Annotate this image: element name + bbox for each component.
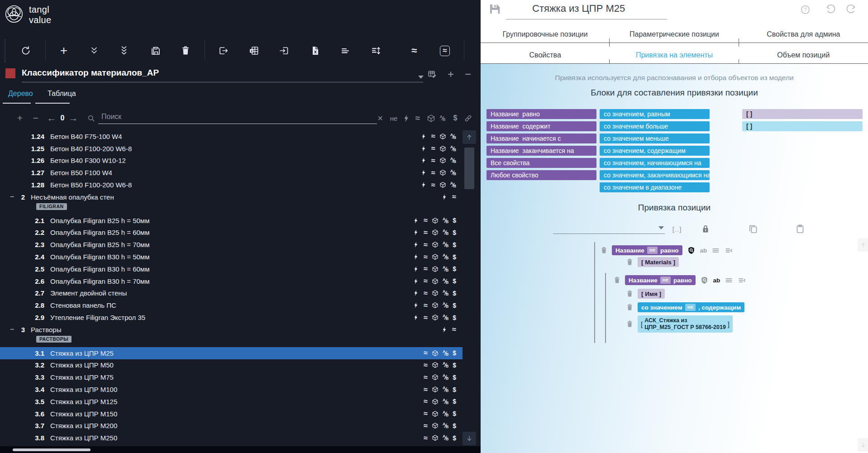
approx-icon[interactable]: ≈ [431,133,435,140]
zoom-out-button[interactable]: − [31,109,41,128]
property-block[interactable]: Название равно [486,109,596,119]
ab-formula-icon[interactable]: A∕B [443,218,448,224]
search-input[interactable] [100,112,374,121]
horizontal-scrollbar-track[interactable] [0,446,481,453]
property-block[interactable]: Любое свойство [486,170,596,180]
ab-formula-icon[interactable]: A∕B [443,229,448,235]
excel-file-button[interactable]: x [306,42,324,60]
model-cube-icon[interactable] [432,302,439,309]
model-cube-icon[interactable] [432,217,439,224]
undo-icon[interactable] [825,4,836,15]
cost-icon[interactable]: $ [453,374,456,381]
paste-icon[interactable] [794,223,806,235]
zoom-in-button[interactable]: + [15,109,25,128]
bolt-icon[interactable] [441,194,448,200]
bolt-icon[interactable] [413,253,420,260]
cost-icon[interactable]: $ [453,290,456,296]
ab-formula-icon[interactable]: A∕B [443,266,448,272]
ab-formula-icon[interactable]: A∕B [443,399,448,405]
approx-icon[interactable]: ≈ [424,290,428,297]
prev-result-button[interactable]: ← [46,109,57,128]
case-sensitivity-toggle[interactable]: ab [713,277,720,284]
model-cube-icon[interactable] [439,133,446,140]
approx-button[interactable]: ≈ [405,42,423,60]
horizontal-scrollbar-thumb[interactable] [13,448,91,451]
ab-formula-icon[interactable]: A∕B [443,290,448,296]
bolt-icon[interactable] [413,302,420,309]
tree-item-row[interactable]: 2.4Опалубка Filigran B30 h = 50мм≈A∕B$ [0,251,463,263]
classifier-color-swatch[interactable] [5,68,15,78]
case-sensitivity-toggle[interactable]: ab [700,247,707,254]
delete-argument-icon[interactable] [626,258,634,266]
model-cube-icon[interactable] [439,145,446,152]
tab-tree[interactable]: Дерево [8,90,33,101]
model-cube-icon[interactable] [439,181,446,188]
bolt-icon[interactable] [420,133,427,140]
cost-icon[interactable]: $ [453,278,456,284]
model-cube-icon[interactable] [432,278,439,285]
ab-formula-icon[interactable]: A∕B [443,254,448,260]
tree-item-row[interactable]: 2.8Стеновая панель ПС≈A∕B$ [0,299,463,311]
approx-icon[interactable]: ≈ [424,277,428,285]
delete-rule-icon[interactable] [600,246,608,254]
tree-item-row[interactable]: 1.25Бетон B40 F100-200 W6-8≈A∕B [0,143,463,155]
delete-rule-icon[interactable] [613,276,621,284]
tree-item-row[interactable]: 2.1Опалубка Filigran B25 h = 50мм≈A∕B$ [0,215,463,227]
value-operator-chip[interactable]: со значениемне, содержащим [638,302,744,312]
approx-icon[interactable]: ≈ [431,169,435,176]
approx-filter-icon[interactable]: ≈ [413,109,422,128]
ab-formula-icon[interactable]: A∕B [443,374,448,380]
model-cube-icon[interactable] [432,350,439,357]
panel-scroll-down-button[interactable] [858,438,868,452]
ab-formula-icon[interactable]: A∕B [443,350,448,356]
shield-search-icon[interactable] [687,246,696,255]
scroll-down-button[interactable] [463,432,476,445]
bolt-icon[interactable] [413,241,420,248]
delete-value-icon[interactable] [626,320,634,328]
panel-scroll-up-button[interactable] [858,238,868,252]
tree-item-row[interactable]: 3.3Стяжка из ЦПР М75≈A∕B$ [0,371,463,383]
tab-parametric-positions[interactable]: Параметрические позиции [610,21,739,43]
tree-item-row[interactable]: 2.5Опалубка Filigran B30 h = 60мм≈A∕B$ [0,263,463,275]
copy-icon[interactable] [747,223,759,235]
ab-formula-icon[interactable]: A∕B [450,170,456,176]
bolt-icon[interactable] [441,326,448,333]
ab-formula-icon[interactable]: A∕B [450,134,456,139]
ab-formula-icon[interactable]: A∕B [443,278,448,284]
tree-item-row[interactable]: 3.4Стяжка из ЦПР М100≈A∕B$ [0,383,463,396]
tree-item-row[interactable]: 3.1Стяжка из ЦПР М25≈A∕B$ [0,347,463,359]
redo-icon[interactable] [845,4,857,15]
tab-element-binding[interactable]: Привязка на элементы [610,43,739,63]
bolt-icon[interactable] [413,314,420,321]
approx-icon[interactable]: ≈ [424,362,428,369]
tree-group-row[interactable]: −3Растворы≈РАСТВОРЫ [0,324,463,347]
tree-item-row[interactable]: 1.27Бетон B50 F100 W4≈A∕B [0,167,463,179]
save-position-icon[interactable] [488,2,501,16]
tree-item-row[interactable]: 3.2Стяжка из ЦПР М50≈A∕B$ [0,359,463,372]
tab-properties[interactable]: Свойства [481,43,610,63]
add-button[interactable]: + [55,42,73,60]
bolt-icon[interactable] [413,217,420,224]
value-block[interactable]: со значением больше [600,121,710,131]
delete-button[interactable] [176,42,195,60]
next-result-button[interactable]: → [68,109,79,128]
tree-item-row[interactable]: 1.24Бетон B40 F75-100 W4≈A∕B [0,130,463,143]
collapse-list-icon[interactable] [725,246,733,255]
tab-table[interactable]: Таблица [48,90,76,101]
approx-icon[interactable]: ≈ [431,145,435,152]
rule-chip[interactable]: Названиенеравно [612,245,682,255]
approx-icon[interactable]: ≈ [424,374,428,381]
cost-icon[interactable]: $ [453,435,456,441]
tree-item-row[interactable]: 2.6Опалубка Filigran B30 h = 70мм≈A∕B$ [0,275,463,287]
list-icon[interactable] [711,246,720,255]
expression-icon[interactable]: [..] [671,223,683,235]
bolt-filter-icon[interactable] [402,109,411,128]
collapse-list-icon[interactable] [738,276,746,285]
tab-position-volume[interactable]: Объем позиций [739,43,868,63]
model-cube-icon[interactable] [432,398,439,405]
approx-icon[interactable]: ≈ [452,193,456,200]
cost-icon[interactable]: $ [453,410,456,417]
sort-button[interactable] [367,42,385,60]
cost-icon[interactable]: $ [453,398,456,405]
cost-icon[interactable]: $ [453,423,456,429]
